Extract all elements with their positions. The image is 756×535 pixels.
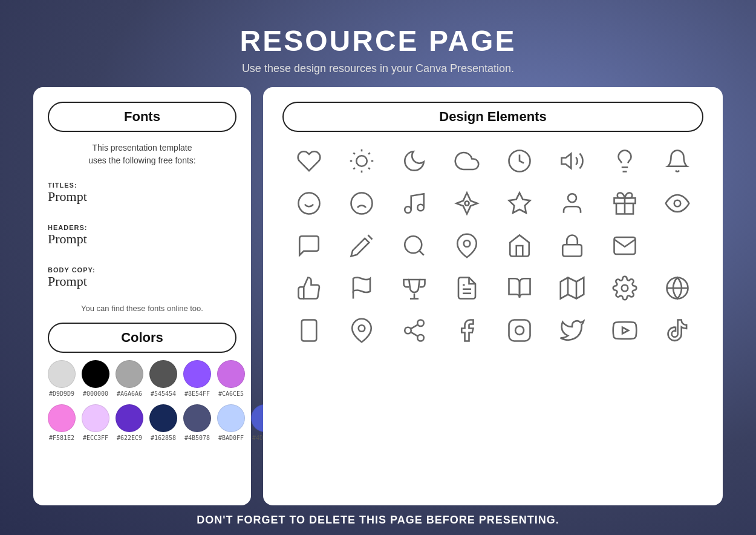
person-icon (554, 185, 590, 222)
color-item: #000000 (82, 360, 109, 397)
color-item: #545454 (149, 360, 177, 397)
page-subtitle: Use these design resources in your Canva… (240, 62, 516, 75)
svg-point-46 (405, 327, 411, 334)
color-item: #ECC3FF (82, 404, 109, 441)
svg-marker-36 (560, 278, 584, 299)
heart-icon (291, 143, 327, 179)
svg-point-21 (464, 202, 469, 206)
globe-icon (659, 270, 696, 306)
fonts-description: This presentation template uses the foll… (48, 142, 236, 167)
pencil-icon (344, 228, 380, 264)
svg-point-47 (417, 335, 424, 341)
color-row-1: #D9D9D9 #000000 #A6A6A6 #545454 #8E54FF (48, 360, 236, 397)
color-hex: #CA6CE5 (218, 390, 244, 397)
color-hex: #4B5078 (184, 435, 210, 441)
svg-point-44 (358, 325, 365, 332)
icon-row-2 (282, 185, 703, 222)
flag-icon (344, 270, 380, 306)
color-hex: #BAD0FF (218, 435, 244, 441)
color-item: #162858 (149, 404, 177, 441)
gift-icon (607, 185, 643, 222)
color-hex: #162858 (151, 435, 176, 441)
color-hex: #F581E2 (49, 435, 74, 441)
svg-rect-42 (301, 320, 316, 341)
twitter-icon (554, 312, 590, 349)
left-panel: Fonts This presentation template uses th… (33, 87, 251, 505)
sun-icon (344, 143, 380, 179)
svg-point-45 (417, 320, 424, 327)
book-icon (501, 270, 538, 306)
headers-font-item: HEADERS: Prompt (48, 224, 236, 247)
color-swatch (82, 404, 109, 432)
design-elements-title: Design Elements (282, 102, 703, 132)
titles-font-item: TITLES: Prompt (48, 182, 236, 205)
find-fonts-text: You can find these fonts online too. (48, 304, 236, 313)
instagram-icon (501, 312, 538, 349)
tiktok-icon (659, 312, 696, 349)
document-icon (449, 270, 485, 306)
svg-line-7 (353, 168, 354, 169)
color-hex: #8E54FF (184, 390, 210, 397)
color-hex: #000000 (83, 390, 108, 397)
color-swatch (217, 404, 245, 432)
lightbulb-icon (607, 143, 643, 179)
youtube-icon (607, 312, 643, 349)
star-icon (501, 185, 538, 222)
svg-point-26 (674, 200, 680, 207)
page-title: RESOURCE PAGE (240, 24, 516, 57)
color-swatch (183, 360, 211, 388)
frown-icon (344, 185, 380, 222)
color-swatch (48, 404, 76, 432)
fonts-title: Fonts (48, 102, 236, 132)
bell-icon (659, 143, 696, 179)
page-header: RESOURCE PAGE Use these design resources… (228, 0, 529, 87)
titles-label: TITLES: (48, 182, 236, 189)
color-swatch (82, 360, 109, 388)
headers-font-name: Prompt (48, 231, 236, 247)
rocket-icon (449, 185, 485, 222)
icon-row-1 (282, 143, 703, 179)
megaphone-icon (554, 143, 590, 179)
color-item: #BAD0FF (217, 404, 245, 441)
color-swatch (183, 404, 211, 432)
svg-point-13 (298, 193, 319, 214)
music-icon (396, 185, 432, 222)
svg-line-8 (368, 153, 370, 154)
content-area: Fonts This presentation template uses th… (15, 87, 741, 505)
pin-icon (449, 228, 485, 264)
color-item: #F581E2 (48, 404, 76, 441)
svg-point-20 (417, 205, 424, 211)
eye-icon (659, 185, 696, 222)
svg-rect-50 (509, 320, 530, 341)
color-hex: #545454 (151, 390, 176, 397)
svg-marker-10 (561, 154, 571, 169)
color-item: #4B5078 (183, 404, 211, 441)
svg-marker-22 (509, 193, 530, 213)
footer-text: DON'T FORGET TO DELETE THIS PAGE BEFORE … (184, 505, 572, 535)
color-swatch (116, 360, 143, 388)
body-font-item: BODY COPY: Prompt (48, 266, 236, 289)
clock-icon (501, 143, 538, 179)
svg-marker-52 (622, 327, 628, 334)
lock-icon (554, 228, 590, 264)
body-label: BODY COPY: (48, 266, 236, 274)
svg-rect-31 (562, 245, 582, 256)
color-item: #8E54FF (183, 360, 211, 397)
icon-row-3 (282, 228, 703, 264)
cloud-icon (449, 143, 485, 179)
home-icon (501, 228, 538, 264)
svg-line-4 (368, 168, 370, 169)
smile-icon (291, 185, 327, 222)
color-row-2: #F581E2 #ECC3FF #622EC9 #162858 #4B5078 (48, 404, 236, 441)
color-item: #622EC9 (116, 404, 143, 441)
svg-point-30 (463, 240, 470, 247)
search-icon (396, 228, 432, 264)
location-icon (344, 312, 380, 349)
color-hex: #A6A6A6 (117, 390, 142, 397)
icon-row-5 (282, 312, 703, 349)
color-swatch (217, 360, 245, 388)
svg-line-3 (353, 153, 354, 154)
svg-point-19 (405, 206, 411, 213)
svg-point-0 (356, 156, 367, 166)
svg-point-23 (568, 194, 576, 202)
